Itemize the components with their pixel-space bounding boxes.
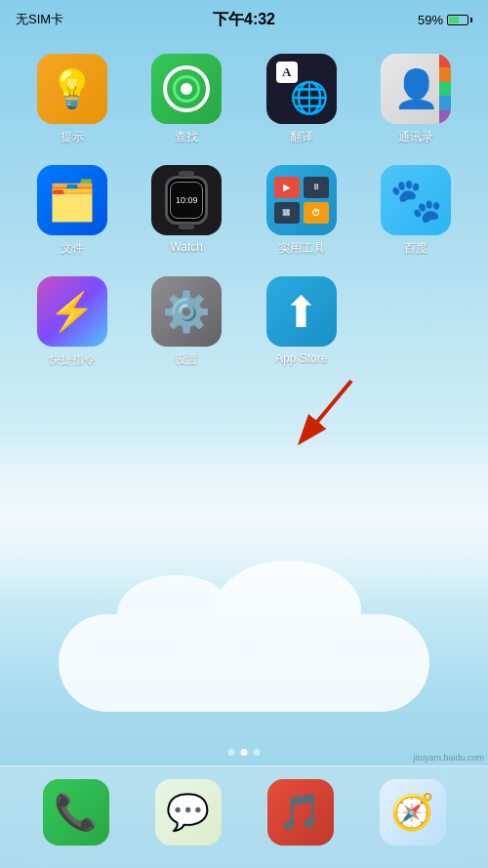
app-icon-appstore: ⬆ — [266, 276, 337, 347]
app-utility[interactable]: ▶ ⠿ 🔢 ⏱ 实用工具 — [249, 165, 354, 257]
red-arrow-icon — [283, 371, 371, 459]
app-chazhao[interactable]: 查找 — [135, 54, 240, 145]
app-files[interactable]: 🗂️ 文件 — [20, 165, 125, 257]
cloud-decoration — [49, 595, 439, 712]
dock-phone-icon: 📞 — [43, 779, 109, 846]
messages-icon: 💬 — [166, 792, 210, 833]
app-label-contacts: 通讯录 — [398, 129, 433, 145]
dock: 📞 💬 🎵 🧭 — [0, 765, 488, 868]
folder-icon: 🗂️ — [48, 178, 97, 224]
app-icon-utility: ▶ ⠿ 🔢 ⏱ — [266, 165, 337, 235]
shortcuts-icon: ⚡ — [49, 290, 95, 333]
app-icon-tishi: 💡 — [37, 54, 107, 124]
bulb-icon: 💡 — [49, 67, 95, 110]
contacts-tabs — [439, 54, 451, 124]
dock-phone[interactable]: 📞 — [43, 779, 109, 846]
music-icon: 🎵 — [278, 792, 322, 833]
arrow-annotation — [283, 371, 371, 463]
carrier-label: 无SIM卡 — [16, 11, 63, 28]
app-label-fanyi: 翻译 — [290, 129, 313, 145]
app-icon-fanyi: A 🌐 — [266, 54, 337, 124]
dock-music[interactable]: 🎵 — [267, 779, 334, 846]
page-dot-3[interactable] — [254, 749, 261, 756]
app-appstore[interactable]: ⬆ App Store — [249, 276, 354, 368]
app-contacts[interactable]: 👤 通讯录 — [364, 54, 469, 145]
dock-music-icon: 🎵 — [267, 779, 334, 846]
app-watch[interactable]: 10:09 Watch — [135, 165, 240, 257]
appstore-a-icon: ⬆ — [283, 287, 319, 337]
app-settings[interactable]: ⚙️ 设置 — [135, 276, 240, 368]
app-grid: 💡 提示 查找 A 🌐 翻译 👤 — [0, 54, 488, 368]
page-dot-2[interactable] — [241, 749, 248, 756]
battery-percent: 59% — [418, 13, 443, 27]
person-icon: 👤 — [393, 67, 439, 110]
time-label: 下午4:32 — [213, 10, 275, 30]
app-label-settings: 设置 — [175, 351, 198, 368]
app-icon-shortcuts: ⚡ — [37, 276, 107, 347]
dock-messages-icon: 💬 — [155, 779, 222, 846]
app-icon-baidu: 🐾 — [381, 165, 451, 235]
app-label-utility: 实用工具 — [278, 240, 325, 257]
globe-icon: 🌐 — [290, 79, 329, 116]
app-label-shortcuts: 快捷指令 — [49, 351, 96, 368]
status-indicators: 59% — [418, 13, 472, 27]
app-label-appstore: App Store — [275, 351, 327, 365]
status-bar: 无SIM卡 下午4:32 59% — [0, 0, 488, 39]
baidu-paw-icon: 🐾 — [389, 175, 443, 226]
page-dot-1[interactable] — [228, 749, 235, 756]
app-tishi[interactable]: 💡 提示 — [20, 54, 125, 145]
dock-messages[interactable]: 💬 — [155, 779, 222, 846]
app-fanyi[interactable]: A 🌐 翻译 — [249, 54, 354, 145]
app-label-baidu: 百度 — [404, 240, 427, 257]
svg-line-1 — [303, 381, 351, 439]
battery-icon — [447, 15, 472, 25]
watch-face-icon: 10:09 — [165, 176, 208, 225]
dock-safari-icon: 🧭 — [380, 779, 446, 846]
app-icon-files: 🗂️ — [37, 165, 107, 235]
dock-safari[interactable]: 🧭 — [380, 779, 446, 846]
app-icon-contacts: 👤 — [381, 54, 451, 124]
app-label-chazhao: 查找 — [175, 129, 198, 145]
watermark: jituyam.baidu.com — [413, 753, 484, 763]
safari-icon: 🧭 — [390, 792, 434, 833]
app-label-watch: Watch — [170, 240, 203, 254]
app-icon-watch: 10:09 — [151, 165, 222, 235]
app-shortcuts[interactable]: ⚡ 快捷指令 — [20, 276, 125, 368]
utility-grid-icon: ▶ ⠿ 🔢 ⏱ — [266, 169, 337, 231]
app-icon-chazhao — [151, 54, 222, 124]
page-dots — [228, 749, 261, 756]
gear-icon: ⚙️ — [162, 289, 211, 335]
app-label-tishi: 提示 — [61, 129, 84, 145]
find-icon — [163, 65, 210, 112]
app-label-files: 文件 — [61, 240, 84, 257]
app-icon-settings: ⚙️ — [151, 276, 222, 347]
phone-icon: 📞 — [54, 792, 98, 833]
app-baidu[interactable]: 🐾 百度 — [364, 165, 469, 257]
